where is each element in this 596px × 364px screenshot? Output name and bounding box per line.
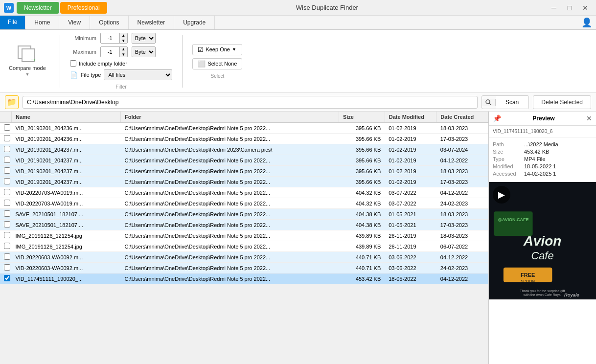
- tab-file[interactable]: File: [0, 16, 25, 29]
- col-header-datecre[interactable]: Date Created: [436, 112, 488, 123]
- cell-datemod: 03-06-2022: [385, 252, 436, 263]
- select-none-icon: ⬜: [198, 60, 206, 68]
- svg-point-0: [486, 100, 490, 104]
- cell-datemod: 01-02-2019: [385, 144, 436, 155]
- ribbon-user-icon: 👤: [581, 17, 592, 28]
- compare-mode-button[interactable]: → Compare mode ▼: [5, 44, 50, 79]
- table-row[interactable]: VID_20190201_204237.m... C:\Users\mnima\…: [0, 166, 488, 177]
- row-checkbox[interactable]: [4, 189, 10, 195]
- professional-tab[interactable]: Professional: [60, 2, 107, 14]
- file-type-icon: 📄: [70, 71, 78, 79]
- table-row[interactable]: VID-20220703-WA0019.m... C:\Users\mnima\…: [0, 198, 488, 209]
- cell-datemod: 01-02-2019: [385, 134, 436, 144]
- maximum-spinner[interactable]: -1 ▲ ▼: [100, 46, 128, 57]
- cell-datemod: 03-06-2022: [385, 263, 436, 273]
- col-header-size[interactable]: Size: [339, 112, 385, 123]
- row-checkbox[interactable]: [4, 157, 10, 163]
- row-checkbox[interactable]: [4, 253, 10, 260]
- cell-folder: C:\Users\mnima\OneDrive\Desktop\Redmi No…: [120, 252, 339, 263]
- row-checkbox[interactable]: [4, 264, 10, 271]
- select-none-label: Select None: [207, 61, 237, 67]
- col-header-name[interactable]: Name: [11, 112, 120, 123]
- preview-size-value: 453.42 KB: [524, 149, 592, 155]
- tab-home[interactable]: Home: [25, 16, 59, 29]
- tab-upgrade[interactable]: Upgrade: [174, 16, 215, 29]
- close-button[interactable]: ✕: [578, 3, 592, 13]
- select-none-button[interactable]: ⬜ Select None: [192, 58, 242, 69]
- table-row[interactable]: VID_20190201_204237.m... C:\Users\mnima\…: [0, 177, 488, 187]
- row-checkbox[interactable]: [4, 243, 10, 249]
- tab-view[interactable]: View: [59, 16, 90, 29]
- table-row[interactable]: IMG_20191126_121254.jpg C:\Users\mnima\O…: [0, 230, 488, 241]
- row-checkbox[interactable]: [4, 146, 10, 152]
- minimize-button[interactable]: ─: [547, 3, 561, 13]
- cell-name: VID-20220603-WA0092.m...: [11, 263, 120, 273]
- col-header-folder[interactable]: Folder: [120, 112, 339, 123]
- svg-text:Cafe: Cafe: [531, 250, 553, 262]
- filter-label: Filter: [70, 84, 173, 90]
- table-row[interactable]: VID_117451111_190020_... C:\Users\mnima\…: [0, 273, 488, 284]
- minimum-spinner[interactable]: -1 ▲ ▼: [100, 33, 128, 44]
- keep-one-button[interactable]: ☑ Keep One ▼: [192, 44, 242, 55]
- row-checkbox[interactable]: [4, 200, 10, 206]
- row-checkbox[interactable]: [4, 135, 10, 141]
- svg-text:Royale: Royale: [564, 292, 579, 297]
- include-empty-row: Include empty folder: [70, 60, 173, 67]
- folder-browse-button[interactable]: 📁: [5, 95, 19, 109]
- maximum-unit-select[interactable]: ByteKBMB: [132, 46, 156, 57]
- file-type-select[interactable]: All files: [104, 69, 172, 80]
- table-row[interactable]: VID-20220603-WA0092.m... C:\Users\mnima\…: [0, 252, 488, 263]
- cell-datecre: 03-07-2024: [436, 144, 488, 155]
- preview-accessed-value: 14-02-2025 1: [524, 171, 592, 177]
- table-row[interactable]: SAVE_20210501_182107.... C:\Users\mnima\…: [0, 220, 488, 230]
- preview-info: Path ...\2022 Media Size 453.42 KB Type …: [489, 137, 596, 182]
- row-checkbox[interactable]: [4, 275, 10, 281]
- table-row[interactable]: IMG_20191126_121254.jpg C:\Users\mnima\O…: [0, 241, 488, 252]
- select-section: ☑ Keep One ▼ ⬜ Select None Select: [192, 44, 242, 79]
- minimum-input[interactable]: -1: [101, 33, 119, 43]
- row-checkbox[interactable]: [4, 178, 10, 184]
- preview-path-row: Path ...\2022 Media: [493, 141, 592, 147]
- cell-name: IMG_20191126_121254.jpg: [11, 241, 120, 252]
- row-checkbox[interactable]: [4, 210, 10, 217]
- table-row[interactable]: VID_20190201_204236.m... C:\Users\mnima\…: [0, 123, 488, 134]
- table-row[interactable]: VID_20190201_204236.m... C:\Users\mnima\…: [0, 134, 488, 144]
- table-row[interactable]: SAVE_20210501_182107.... C:\Users\mnima\…: [0, 209, 488, 220]
- row-checkbox[interactable]: [4, 221, 10, 228]
- title-bar: W Newsletter Professional Wise Duplicate…: [0, 0, 596, 16]
- col-header-datemod[interactable]: Date Modified: [385, 112, 436, 123]
- cell-folder: C:\Users\mnima\OneDrive\Desktop\Redmi No…: [120, 166, 339, 177]
- minimum-increment[interactable]: ▲: [119, 33, 127, 38]
- maximum-input[interactable]: -1: [101, 47, 119, 57]
- maximum-decrement[interactable]: ▼: [119, 52, 127, 57]
- preview-panel: 📌 Preview ✕ VID_117451111_190020_6 Path …: [488, 112, 596, 364]
- row-checkbox[interactable]: [4, 167, 10, 174]
- tab-options[interactable]: Options: [90, 16, 128, 29]
- scan-button[interactable]: Scan: [496, 96, 528, 109]
- tab-newsletter[interactable]: Newsletter: [129, 16, 175, 29]
- delete-selected-button[interactable]: Delete Selected: [533, 95, 591, 109]
- minimum-unit-select[interactable]: ByteKBMB: [132, 33, 156, 44]
- preview-modified-label: Modified: [493, 163, 521, 169]
- preview-path-value: ...\2022 Media: [524, 141, 592, 147]
- maximum-increment[interactable]: ▲: [119, 46, 127, 52]
- path-input[interactable]: [23, 96, 478, 109]
- table-row[interactable]: VID-20220703-WA0019.m... C:\Users\mnima\…: [0, 187, 488, 198]
- cell-datecre: 17-03-2023: [436, 177, 488, 187]
- preview-pin-icon[interactable]: 📌: [493, 114, 501, 122]
- cell-datemod: 01-02-2019: [385, 155, 436, 166]
- table-row[interactable]: VID-20220603-WA0092.m... C:\Users\mnima\…: [0, 263, 488, 273]
- preview-video-play-icon: ▶: [493, 186, 510, 204]
- preview-close-button[interactable]: ✕: [586, 114, 592, 122]
- minimum-decrement[interactable]: ▼: [119, 38, 127, 44]
- cell-folder: C:\Users\mnima\OneDrive\Desktop\Redmi No…: [120, 177, 339, 187]
- cell-folder: C:\Users\mnima\OneDrive\Desktop\Redmi No…: [120, 263, 339, 273]
- table-row[interactable]: VID_20190201_204237.m... C:\Users\mnima\…: [0, 144, 488, 155]
- maximize-button[interactable]: □: [563, 3, 576, 13]
- newsletter-tab[interactable]: Newsletter: [17, 2, 59, 14]
- row-checkbox[interactable]: [4, 232, 10, 238]
- folder-icon: 📁: [7, 97, 17, 107]
- table-row[interactable]: VID_20190201_204237.m... C:\Users\mnima\…: [0, 155, 488, 166]
- row-checkbox[interactable]: [4, 124, 10, 131]
- include-empty-checkbox[interactable]: [70, 60, 76, 67]
